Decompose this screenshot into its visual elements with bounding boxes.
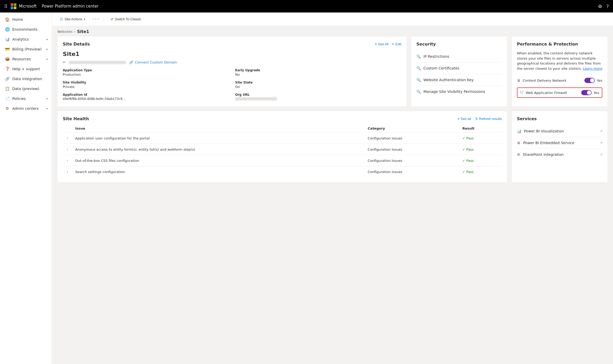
services-header: Services (517, 116, 602, 121)
sidebar-item-admin-centers[interactable]: ⚙ Admin centers ▾ (0, 104, 52, 113)
external-link-icon-2: ↗ (600, 153, 602, 156)
org-url-blurred (235, 97, 277, 100)
site-visibility-icon: 🔍 (416, 90, 421, 94)
content-grid: Site Details ≡ See All ✏ Edit Site1 (52, 36, 613, 188)
sidebar-label-home: Home (12, 17, 23, 22)
expand-row-1[interactable]: › (66, 146, 69, 152)
waf-toggle-row: 🛡 Web Application Firewall Yes (517, 87, 602, 98)
security-auth-key[interactable]: 🔍 Website Authentication Key (416, 74, 502, 86)
security-custom-certificates[interactable]: 🔍 Custom Certificates (416, 62, 502, 74)
admin-centers-icon: ⚙ (5, 106, 10, 111)
toolbar-separator (103, 17, 104, 22)
power-bi-viz-icon: 📊 (517, 129, 521, 133)
site-url-blurred (69, 61, 126, 64)
sidebar: 🏠 Home 🌐 Environments 📊 Analytics ▾ 💳 Bi… (0, 12, 52, 364)
refresh-icon: ↻ (475, 117, 478, 121)
cdn-toggle-left: 🖥 Content Delivery Network (517, 78, 566, 82)
breadcrumb-parent[interactable]: Websites (57, 30, 73, 34)
service-power-bi-embedded[interactable]: 🖥 Power BI Embedded Service ↗ (517, 137, 602, 149)
learn-more-link[interactable]: Learn more (583, 67, 602, 71)
site-health-card: Site Health ≡ See all ↻ Refresh results (57, 111, 507, 183)
waffle-icon[interactable]: ⠿ (4, 4, 8, 9)
edit-icon: ✏ (392, 42, 395, 46)
expand-row-3[interactable]: › (66, 169, 69, 175)
sidebar-item-analytics[interactable]: 📊 Analytics ▾ (0, 34, 52, 44)
see-all-button[interactable]: ≡ See All (375, 42, 389, 46)
site-url-row: ✏ 🔗 Connect Custom Domain (63, 60, 401, 64)
settings-icon[interactable]: ⚙ (598, 4, 602, 9)
billing-icon: 💳 (5, 47, 10, 52)
waf-icon: 🛡 (520, 91, 524, 95)
refresh-button[interactable]: ↻ Refresh results (475, 117, 502, 121)
result-col-header: Result (459, 124, 502, 133)
waf-label: Web Application Firewall (526, 91, 567, 95)
health-issue-1: Anonymous access to entity form(s), enti… (72, 144, 365, 155)
detail-site-visibility: Site Visibility Private (63, 81, 229, 89)
detail-org-url: Org URL (235, 93, 401, 101)
health-row-1: › Anonymous access to entity form(s), en… (63, 144, 502, 155)
breadcrumb-separator: › (74, 30, 76, 34)
detail-early-upgrade: Early Upgrade No (235, 68, 401, 76)
sidebar-label-admin-centers: Admin centers (12, 106, 39, 111)
more-options-icon[interactable]: ••• (92, 17, 99, 22)
see-all-health-button[interactable]: ≡ See all (458, 117, 471, 121)
security-site-visibility[interactable]: 🔍 Manage Site Visibility Permissions (416, 86, 502, 97)
site-details-card: Site Details ≡ See All ✏ Edit Site1 (57, 36, 407, 107)
sidebar-item-environments[interactable]: 🌐 Environments (0, 24, 52, 34)
issue-col-header: Issue (72, 124, 365, 133)
security-title: Security (416, 42, 436, 47)
power-bi-viz-label: Power BI Visualization (524, 129, 564, 133)
resources-chevron-icon: ▾ (46, 58, 48, 61)
cdn-toggle-value: Yes (597, 79, 602, 82)
waf-toggle-value: Yes (594, 91, 599, 95)
sidebar-label-analytics: Analytics (12, 37, 29, 41)
health-result-0: ✓ Pass (459, 133, 502, 144)
site-details-header: Site Details ≡ See All ✏ Edit (63, 42, 401, 47)
data-integration-icon: 🔗 (5, 76, 10, 81)
sidebar-item-resources[interactable]: 📦 Resources ▾ (0, 54, 52, 64)
sidebar-item-data-integration[interactable]: 🔗 Data integration (0, 74, 52, 84)
sidebar-label-resources: Resources (12, 57, 31, 61)
health-issue-2: Out-of-the-box CSS files configuration (72, 155, 365, 166)
help-support-icon: ❓ (5, 67, 10, 71)
power-bi-embedded-label: Power BI Embedded Service (523, 141, 574, 145)
sidebar-item-data-preview[interactable]: 📋 Data (preview) (0, 84, 52, 94)
custom-certificates-label: Custom Certificates (423, 66, 459, 70)
toolbar: ☑ Site Actions ▾ ••• ⇄ Switch To Classic (52, 12, 613, 26)
health-category-2: Configuration Issues (365, 155, 459, 166)
service-power-bi-viz[interactable]: 📊 Power BI Visualization ↗ (517, 125, 602, 137)
help-icon[interactable]: ? (606, 4, 609, 9)
health-table-wrapper: Issue Category Result › Application user… (63, 124, 502, 177)
health-row-3: › Search settings configuration Configur… (63, 166, 502, 177)
health-result-1: ✓ Pass (459, 144, 502, 155)
waf-toggle-left: 🛡 Web Application Firewall (520, 91, 567, 95)
performance-card: Performance & Protection When enabled, t… (511, 36, 608, 107)
expand-row-0[interactable]: › (66, 135, 69, 141)
service-sharepoint[interactable]: ⚙ SharePoint Integration ↗ (517, 149, 602, 160)
chain-icon: 🔗 (129, 60, 133, 64)
edit-url-icon: ✏ (63, 60, 66, 64)
sidebar-item-home[interactable]: 🏠 Home (0, 15, 52, 24)
health-issue-0: Application user configuration for the p… (72, 133, 365, 144)
sidebar-label-data-integration: Data integration (12, 77, 42, 81)
edit-button[interactable]: ✏ Edit (392, 42, 401, 46)
switch-to-classic-label: Switch To Classic (115, 17, 141, 21)
connect-domain-button[interactable]: 🔗 Connect Custom Domain (129, 60, 177, 64)
site-actions-label: Site Actions (65, 17, 82, 21)
sidebar-item-billing[interactable]: 💳 Billing (Preview) ▾ (0, 44, 52, 54)
switch-to-classic-button[interactable]: ⇄ Switch To Classic (108, 16, 144, 23)
expand-row-2[interactable]: › (66, 158, 69, 163)
app-body: 🏠 Home 🌐 Environments 📊 Analytics ▾ 💳 Bi… (0, 12, 613, 364)
site-actions-button[interactable]: ☑ Site Actions ▾ (57, 16, 88, 23)
site-health-header: Site Health ≡ See all ↻ Refresh results (63, 116, 502, 121)
health-issue-3: Search settings configuration (72, 166, 365, 177)
sidebar-item-help[interactable]: ❓ Help + support (0, 64, 52, 74)
waf-toggle-switch[interactable] (581, 90, 592, 95)
cdn-toggle-switch[interactable] (584, 78, 595, 83)
security-ip-restrictions[interactable]: 🔍 IP Restrictions (416, 51, 502, 62)
detail-app-id: Application Id 49ef6f8b-6050-408b-be9c-5… (63, 93, 229, 101)
health-category-3: Configuration Issues (365, 166, 459, 177)
ip-restrictions-label: IP Restrictions (423, 54, 449, 59)
sidebar-item-policies[interactable]: 📄 Policies ▾ (0, 94, 52, 104)
breadcrumb: Websites › Site1 (52, 26, 613, 36)
